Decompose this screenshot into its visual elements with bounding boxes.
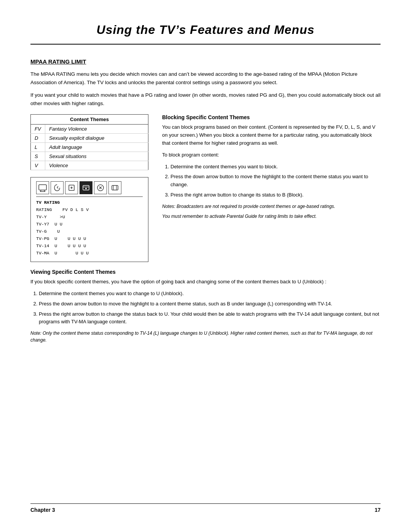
table-row: FV Fantasy Violence xyxy=(31,125,148,134)
viewing-step-2: Press the down arrow button to move the … xyxy=(39,300,381,308)
tv-rating-icons xyxy=(36,181,143,194)
page-header: Using the TV’s Features and Menus xyxy=(30,23,381,45)
blocking-step-2: Press the down arrow button to move the … xyxy=(170,173,381,189)
main-content: Content Themes FV Fantasy Violence D Sex… xyxy=(30,114,381,262)
table-cell-desc: Adult language xyxy=(45,143,148,152)
rating-row-tvy7: TV-Y7 U U xyxy=(36,221,143,228)
right-column: Blocking Specific Content Themes You can… xyxy=(162,114,381,262)
blocking-step-1: Determine the content themes you want to… xyxy=(170,163,381,171)
blocking-note-2: You must remember to activate Parental G… xyxy=(162,213,381,220)
table-row: S Sexual situations xyxy=(31,152,148,161)
rating-header: RATING FV D L S V xyxy=(36,206,143,214)
viewing-intro: If you block specific content themes, yo… xyxy=(30,278,381,286)
table-cell-desc: Sexually explicit dialogue xyxy=(45,134,148,143)
content-themes-table: Content Themes FV Fantasy Violence D Sex… xyxy=(30,114,148,170)
intro-paragraph-2: If you want your child to watch movies t… xyxy=(30,91,381,107)
table-body: FV Fantasy Violence D Sexually explicit … xyxy=(31,125,148,170)
left-column: Content Themes FV Fantasy Violence D Sex… xyxy=(30,114,148,262)
block-label: To block program content: xyxy=(162,151,381,159)
viewing-step-1: Determine the content themes you want to… xyxy=(39,290,381,298)
viewing-note: Note: Only the content theme status corr… xyxy=(30,330,381,343)
rating-row-tvpg: TV-PG U U U U U xyxy=(36,235,143,243)
tv-icon-3 xyxy=(65,181,78,194)
rating-table: TV RATING RATING FV D L S V TV-Y >U TV-Y… xyxy=(36,199,143,257)
table-cell-code: D xyxy=(31,134,45,143)
blocking-step-3: Press the right arrow button to change i… xyxy=(170,191,381,199)
rating-row-tv14: TV-14 U U U U U xyxy=(36,243,143,250)
tv-icon-2 xyxy=(51,181,64,194)
viewing-steps: Determine the content themes you want to… xyxy=(30,290,381,326)
page: Using the TV’s Features and Menus MPAA R… xyxy=(0,0,411,532)
viewing-step-3: Press the right arrow button to change t… xyxy=(39,310,381,326)
table-header: Content Themes xyxy=(31,115,148,125)
tv-icon-6 xyxy=(108,181,121,194)
page-footer: Chapter 3 17 xyxy=(30,503,381,513)
table-cell-code: S xyxy=(31,152,45,161)
section-title: MPAA RATING LIMIT xyxy=(30,58,381,65)
rating-row-tvma: TV-MA U U U U xyxy=(36,250,143,257)
table-row: V Violence xyxy=(31,161,148,170)
viewing-section-title: Viewing Specific Content Themes xyxy=(30,269,381,275)
table-cell-desc: Violence xyxy=(45,161,148,170)
table-row: L Adult language xyxy=(31,143,148,152)
footer-chapter: Chapter 3 xyxy=(30,507,55,513)
page-title: Using the TV’s Features and Menus xyxy=(30,23,381,37)
table-cell-desc: Fantasy Violence xyxy=(45,125,148,134)
table-row: D Sexually explicit dialogue xyxy=(31,134,148,143)
rating-label: TV RATING xyxy=(36,199,143,206)
table-cell-code: V xyxy=(31,161,45,170)
footer-page-number: 17 xyxy=(374,507,381,513)
divider xyxy=(36,197,143,197)
rating-row-tvg: TV-G U xyxy=(36,228,143,235)
blocking-section-title: Blocking Specific Content Themes xyxy=(162,114,381,120)
rating-row-tvy: TV-Y >U xyxy=(36,214,143,221)
table-cell-code: L xyxy=(31,143,45,152)
svg-rect-11 xyxy=(112,185,118,190)
svg-rect-0 xyxy=(39,185,46,190)
table-cell-code: FV xyxy=(31,125,45,134)
viewing-section: Viewing Specific Content Themes If you b… xyxy=(30,269,381,343)
table-cell-desc: Sexual situations xyxy=(45,152,148,161)
tv-icon-5 xyxy=(94,181,107,194)
tv-icon-1 xyxy=(36,181,49,194)
svg-point-9 xyxy=(85,188,87,189)
blocking-intro: You can block programs based on their co… xyxy=(162,123,381,147)
tv-rating-box: TV RATING RATING FV D L S V TV-Y >U TV-Y… xyxy=(30,177,148,262)
tv-icon-4 xyxy=(80,181,92,194)
blocking-note-1: Notes: Broadcasters are not required to … xyxy=(162,203,381,210)
blocking-steps: Determine the content themes you want to… xyxy=(162,163,381,199)
intro-paragraph-1: The MPAA RATING menu lets you decide whi… xyxy=(30,70,381,86)
